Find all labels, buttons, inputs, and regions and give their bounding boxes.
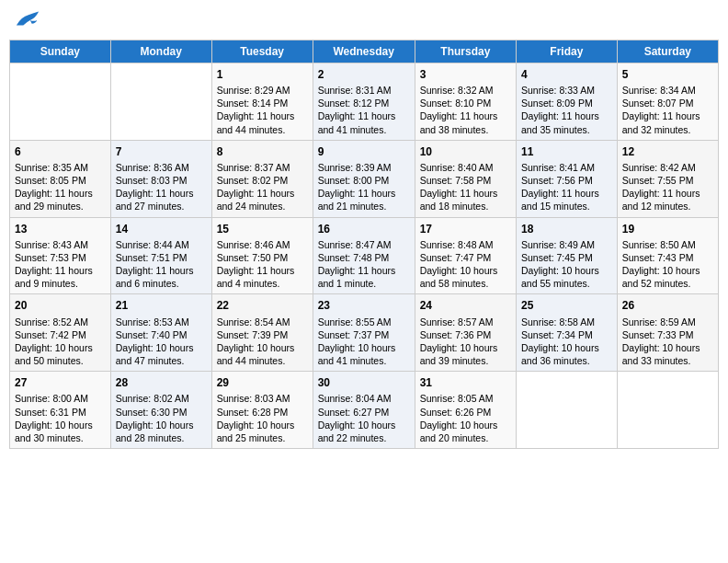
daylight-text: Daylight: 11 hours and 9 minutes. xyxy=(15,264,106,290)
day-number: 5 xyxy=(622,67,713,82)
weekday-header-thursday: Thursday xyxy=(415,40,516,63)
day-number: 4 xyxy=(521,67,612,82)
calendar-cell: 10Sunrise: 8:40 AMSunset: 7:58 PMDayligh… xyxy=(415,140,516,217)
weekday-header-row: SundayMondayTuesdayWednesdayThursdayFrid… xyxy=(10,40,719,63)
sunset-text: Sunset: 7:50 PM xyxy=(217,251,308,264)
weekday-header-saturday: Saturday xyxy=(617,40,718,63)
sunrise-text: Sunrise: 8:44 AM xyxy=(116,238,207,251)
calendar-cell: 16Sunrise: 8:47 AMSunset: 7:48 PMDayligh… xyxy=(313,217,415,294)
sunrise-text: Sunrise: 8:04 AM xyxy=(318,392,410,405)
daylight-text: Daylight: 10 hours and 58 minutes. xyxy=(420,264,511,290)
daylight-text: Daylight: 11 hours and 12 minutes. xyxy=(622,187,713,213)
sunrise-text: Sunrise: 8:52 AM xyxy=(15,316,106,328)
sunrise-text: Sunrise: 8:58 AM xyxy=(521,316,612,328)
calendar-cell: 21Sunrise: 8:53 AMSunset: 7:40 PMDayligh… xyxy=(110,294,211,372)
weekday-header-monday: Monday xyxy=(110,40,211,63)
calendar-cell: 13Sunrise: 8:43 AMSunset: 7:53 PMDayligh… xyxy=(10,217,111,294)
calendar-cell: 22Sunrise: 8:54 AMSunset: 7:39 PMDayligh… xyxy=(211,294,313,372)
weekday-header-sunday: Sunday xyxy=(10,40,111,63)
logo-text xyxy=(13,9,40,34)
calendar-cell: 15Sunrise: 8:46 AMSunset: 7:50 PMDayligh… xyxy=(211,217,313,294)
daylight-text: Daylight: 10 hours and 50 minutes. xyxy=(15,341,106,367)
calendar-cell: 19Sunrise: 8:50 AMSunset: 7:43 PMDayligh… xyxy=(617,217,718,294)
sunset-text: Sunset: 8:09 PM xyxy=(521,97,612,109)
day-number: 28 xyxy=(116,375,207,390)
sunrise-text: Sunrise: 8:37 AM xyxy=(217,161,308,174)
sunset-text: Sunset: 7:48 PM xyxy=(318,251,410,264)
day-number: 24 xyxy=(420,298,511,313)
calendar-cell: 6Sunrise: 8:35 AMSunset: 8:05 PMDaylight… xyxy=(10,140,111,217)
sunset-text: Sunset: 7:42 PM xyxy=(15,328,106,341)
page-header xyxy=(9,9,719,32)
day-number: 23 xyxy=(318,298,410,313)
logo-bird-icon xyxy=(15,9,40,29)
sunset-text: Sunset: 7:39 PM xyxy=(217,328,308,341)
sunset-text: Sunset: 8:12 PM xyxy=(318,97,410,109)
weekday-header-wednesday: Wednesday xyxy=(313,40,415,63)
sunrise-text: Sunrise: 8:46 AM xyxy=(217,238,308,251)
daylight-text: Daylight: 11 hours and 41 minutes. xyxy=(318,109,410,135)
sunrise-text: Sunrise: 8:41 AM xyxy=(521,161,612,174)
daylight-text: Daylight: 11 hours and 6 minutes. xyxy=(116,264,207,290)
day-number: 19 xyxy=(622,222,713,236)
day-number: 7 xyxy=(116,144,207,159)
day-number: 22 xyxy=(217,298,308,313)
daylight-text: Daylight: 10 hours and 47 minutes. xyxy=(116,341,207,367)
day-number: 26 xyxy=(622,298,713,313)
sunrise-text: Sunrise: 8:02 AM xyxy=(116,392,207,405)
sunrise-text: Sunrise: 8:53 AM xyxy=(116,316,207,328)
day-number: 29 xyxy=(217,375,308,390)
daylight-text: Daylight: 11 hours and 44 minutes. xyxy=(217,109,308,135)
daylight-text: Daylight: 10 hours and 22 minutes. xyxy=(318,419,410,444)
day-number: 6 xyxy=(15,144,106,159)
sunset-text: Sunset: 6:26 PM xyxy=(420,406,511,419)
sunset-text: Sunset: 8:10 PM xyxy=(420,97,511,109)
daylight-text: Daylight: 11 hours and 21 minutes. xyxy=(318,187,410,213)
sunrise-text: Sunrise: 8:34 AM xyxy=(622,84,713,97)
daylight-text: Daylight: 10 hours and 30 minutes. xyxy=(15,419,106,444)
sunset-text: Sunset: 7:36 PM xyxy=(420,328,511,341)
calendar-cell: 7Sunrise: 8:36 AMSunset: 8:03 PMDaylight… xyxy=(110,140,211,217)
sunset-text: Sunset: 7:34 PM xyxy=(521,328,612,341)
day-number: 14 xyxy=(116,222,207,236)
sunrise-text: Sunrise: 8:43 AM xyxy=(15,238,106,251)
sunrise-text: Sunrise: 8:33 AM xyxy=(521,84,612,97)
calendar-cell: 3Sunrise: 8:32 AMSunset: 8:10 PMDaylight… xyxy=(415,63,516,140)
sunset-text: Sunset: 6:28 PM xyxy=(217,406,308,419)
sunset-text: Sunset: 7:56 PM xyxy=(521,174,612,187)
calendar-cell: 28Sunrise: 8:02 AMSunset: 6:30 PMDayligh… xyxy=(110,372,211,449)
day-number: 16 xyxy=(318,222,410,236)
calendar-cell: 20Sunrise: 8:52 AMSunset: 7:42 PMDayligh… xyxy=(10,294,111,372)
calendar-cell: 9Sunrise: 8:39 AMSunset: 8:00 PMDaylight… xyxy=(313,140,415,217)
daylight-text: Daylight: 11 hours and 38 minutes. xyxy=(420,109,511,135)
sunrise-text: Sunrise: 8:32 AM xyxy=(420,84,511,97)
calendar-cell: 2Sunrise: 8:31 AMSunset: 8:12 PMDaylight… xyxy=(313,63,415,140)
calendar-cell: 26Sunrise: 8:59 AMSunset: 7:33 PMDayligh… xyxy=(617,294,718,372)
calendar-cell: 11Sunrise: 8:41 AMSunset: 7:56 PMDayligh… xyxy=(517,140,618,217)
sunset-text: Sunset: 7:51 PM xyxy=(116,251,207,264)
week-row-4: 20Sunrise: 8:52 AMSunset: 7:42 PMDayligh… xyxy=(10,294,719,372)
sunset-text: Sunset: 7:58 PM xyxy=(420,174,511,187)
calendar-cell: 17Sunrise: 8:48 AMSunset: 7:47 PMDayligh… xyxy=(415,217,516,294)
day-number: 2 xyxy=(318,67,410,82)
daylight-text: Daylight: 10 hours and 36 minutes. xyxy=(521,341,612,367)
sunset-text: Sunset: 7:53 PM xyxy=(15,251,106,264)
sunset-text: Sunset: 8:05 PM xyxy=(15,174,106,187)
daylight-text: Daylight: 10 hours and 52 minutes. xyxy=(622,264,713,290)
sunrise-text: Sunrise: 8:48 AM xyxy=(420,238,511,251)
daylight-text: Daylight: 10 hours and 44 minutes. xyxy=(217,341,308,367)
sunset-text: Sunset: 8:02 PM xyxy=(217,174,308,187)
calendar-table: SundayMondayTuesdayWednesdayThursdayFrid… xyxy=(9,40,719,449)
day-number: 30 xyxy=(318,375,410,390)
sunrise-text: Sunrise: 8:39 AM xyxy=(318,161,410,174)
sunrise-text: Sunrise: 8:31 AM xyxy=(318,84,410,97)
calendar-cell: 12Sunrise: 8:42 AMSunset: 7:55 PMDayligh… xyxy=(617,140,718,217)
daylight-text: Daylight: 10 hours and 33 minutes. xyxy=(622,341,713,367)
sunrise-text: Sunrise: 8:47 AM xyxy=(318,238,410,251)
calendar-cell: 1Sunrise: 8:29 AMSunset: 8:14 PMDaylight… xyxy=(211,63,313,140)
daylight-text: Daylight: 11 hours and 27 minutes. xyxy=(116,187,207,213)
week-row-5: 27Sunrise: 8:00 AMSunset: 6:31 PMDayligh… xyxy=(10,372,719,449)
sunset-text: Sunset: 6:31 PM xyxy=(15,406,106,419)
sunrise-text: Sunrise: 8:59 AM xyxy=(622,316,713,328)
sunset-text: Sunset: 7:55 PM xyxy=(622,174,713,187)
